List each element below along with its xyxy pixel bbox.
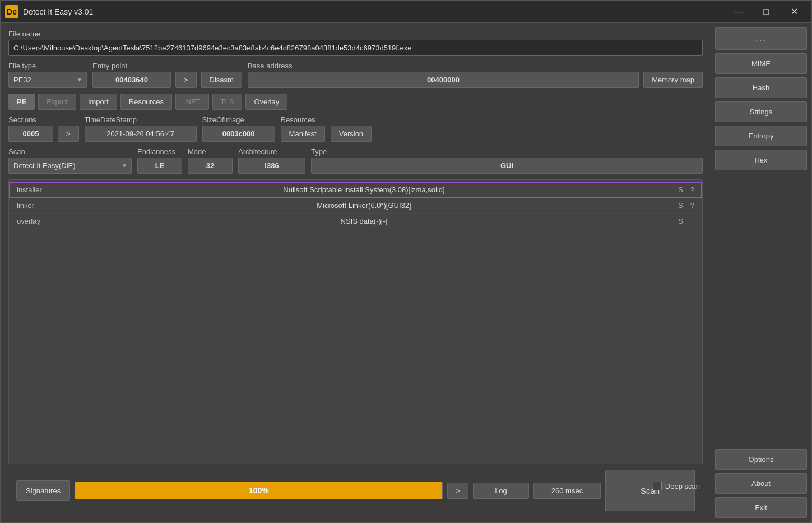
entry-point-value: 00403640	[92, 72, 171, 88]
timedatestamp-group: TimeDateStamp 2021-09-26 04:56:47	[85, 115, 197, 142]
result-value: Nullsoft Scriptable Install System(3.08)…	[62, 186, 666, 194]
mode-value: 32	[188, 158, 233, 174]
result-type: linker	[17, 201, 62, 210]
file-type-group: File type PE32 ▼	[8, 62, 87, 88]
type-group: Type GUI	[311, 147, 703, 174]
deep-scan-label: Deep scan	[665, 482, 700, 490]
endianness-value: LE	[137, 158, 182, 174]
browse-button[interactable]: ...	[715, 27, 807, 50]
endianness-group: Endianness LE	[137, 147, 182, 174]
mime-button[interactable]: MIME	[715, 53, 807, 74]
scan-select[interactable]: Detect It Easy(DiE)	[8, 158, 132, 174]
scan-select-wrapper: Detect It Easy(DiE) ▼	[8, 158, 132, 174]
overlay-button[interactable]: Overlay	[245, 94, 287, 110]
scan-options-row: Scan Detect It Easy(DiE) ▼ Endianness LE	[8, 147, 703, 174]
timedatestamp-label: TimeDateStamp	[85, 115, 197, 124]
pe-button[interactable]: PE	[8, 94, 35, 110]
resources-label: Resources	[281, 115, 703, 124]
architecture-label: Architecture	[238, 147, 305, 156]
deep-scan-area: Deep scan	[653, 482, 700, 490]
disasm-button[interactable]: Disasm	[201, 72, 242, 88]
result-row[interactable]: overlay NSIS data(-)[-] S	[9, 214, 702, 229]
memory-map-button[interactable]: Memory map	[643, 72, 703, 88]
architecture-value: I386	[238, 158, 305, 174]
architecture-group: Architecture I386	[238, 147, 305, 174]
sections-group: Sections 0005 >	[8, 115, 79, 142]
base-address-label: Base address	[248, 62, 703, 70]
scan-big-button[interactable]: Scan	[605, 470, 695, 511]
result-flags: S	[666, 217, 683, 225]
endianness-label: Endianness	[137, 147, 182, 156]
result-question: ?	[683, 186, 694, 194]
sizeofimage-label: SizeOfImage	[202, 115, 275, 124]
app-title: Detect It Easy v3.01	[23, 7, 725, 16]
time-value: 260 msec	[533, 483, 601, 499]
results-area: installer Nullsoft Scriptable Install Sy…	[8, 179, 703, 464]
minimize-button[interactable]: —	[725, 3, 751, 20]
scan-select-group: Scan Detect It Easy(DiE) ▼	[8, 147, 132, 174]
mode-label: Mode	[188, 147, 233, 156]
export-button[interactable]: Export	[38, 94, 76, 110]
pe-tabs-row: PE Export Import Resources .NET TLS Over…	[8, 94, 703, 110]
sections-label: Sections	[8, 115, 79, 124]
version-button[interactable]: Version	[331, 126, 372, 142]
result-row[interactable]: installer Nullsoft Scriptable Install Sy…	[9, 182, 702, 198]
sections-row: Sections 0005 > TimeDateStamp 2021-09-26…	[8, 115, 703, 142]
entry-point-row: 00403640 > Disasm	[92, 72, 242, 88]
result-flags: S	[666, 186, 683, 194]
sections-inner-row: 0005 >	[8, 126, 79, 142]
bottom-gt-button[interactable]: >	[447, 483, 468, 499]
type-value: GUI	[311, 158, 703, 174]
result-value: Microsoft Linker(6.0*)[GUI32]	[62, 201, 666, 210]
scan-label: Scan	[8, 147, 132, 156]
file-type-select[interactable]: PE32	[8, 72, 87, 88]
hex-button[interactable]: Hex	[715, 150, 807, 170]
result-flags: S	[666, 201, 683, 210]
net-button[interactable]: .NET	[175, 94, 209, 110]
hash-button[interactable]: Hash	[715, 77, 807, 98]
titlebar: De Detect It Easy v3.01 — □ ✕	[1, 1, 811, 23]
progress-bar-container: 100%	[75, 482, 443, 499]
result-type: installer	[17, 186, 62, 194]
entry-point-label: Entry point	[92, 62, 242, 70]
base-addr-row: 00400000 Memory map	[248, 72, 703, 88]
progress-text: 100%	[249, 486, 269, 495]
tls-button[interactable]: TLS	[212, 94, 243, 110]
type-label: Type	[311, 147, 703, 156]
strings-button[interactable]: Strings	[715, 101, 807, 122]
sections-gt-button[interactable]: >	[58, 126, 79, 142]
maximize-button[interactable]: □	[753, 3, 779, 20]
resources-tab-button[interactable]: Resources	[120, 94, 172, 110]
app-icon: De	[5, 5, 18, 18]
close-button[interactable]: ✕	[781, 3, 807, 20]
deep-scan-checkbox[interactable]	[653, 482, 662, 490]
resources-buttons-row: Manifest Version	[281, 126, 703, 142]
exit-button[interactable]: Exit	[715, 497, 807, 518]
result-row[interactable]: linker Microsoft Linker(6.0*)[GUI32] S ?	[9, 198, 702, 214]
entry-point-gt-button[interactable]: >	[175, 72, 197, 88]
timedatestamp-value: 2021-09-26 04:56:47	[85, 126, 197, 142]
about-button[interactable]: About	[715, 473, 807, 494]
base-address-value: 00400000	[248, 72, 639, 88]
entry-point-group: Entry point 00403640 > Disasm	[92, 62, 242, 88]
bottom-controls: Signatures 100% > Log 260 msec Scan Deep…	[8, 470, 703, 516]
main-content: File name File type PE32 ▼	[1, 23, 811, 522]
manifest-button[interactable]: Manifest	[281, 126, 325, 142]
right-panel: ... MIME Hash Strings Entropy Hex Option…	[711, 23, 811, 522]
left-panel: File name File type PE32 ▼	[1, 23, 711, 522]
entropy-button[interactable]: Entropy	[715, 126, 807, 146]
result-value: NSIS data(-)[-]	[62, 217, 666, 225]
file-name-section: File name	[8, 30, 703, 56]
signatures-button[interactable]: Signatures	[16, 480, 70, 501]
file-type-label: File type	[8, 62, 87, 70]
base-address-group: Base address 00400000 Memory map	[248, 62, 703, 88]
import-button[interactable]: Import	[80, 94, 117, 110]
result-type: overlay	[17, 217, 62, 225]
file-path-row	[8, 40, 703, 56]
log-button[interactable]: Log	[473, 483, 529, 499]
options-button[interactable]: Options	[715, 449, 807, 470]
spacer	[715, 174, 807, 446]
file-path-input[interactable]	[8, 40, 703, 56]
resources-group: Resources Manifest Version	[281, 115, 703, 142]
file-type-select-wrapper: PE32 ▼	[8, 72, 87, 88]
